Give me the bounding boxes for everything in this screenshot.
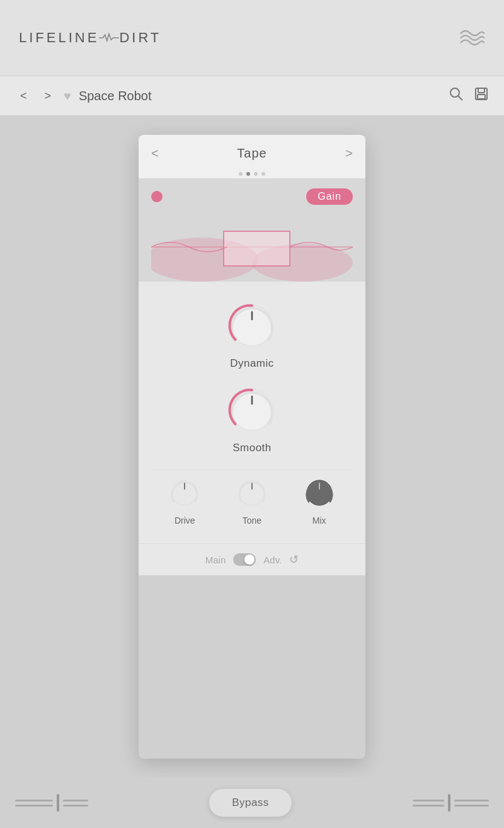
gain-indicator-row: Gain bbox=[151, 188, 353, 205]
prev-button[interactable]: < bbox=[15, 87, 32, 105]
nav-icons bbox=[449, 86, 489, 105]
dynamic-label: Dynamic bbox=[230, 357, 274, 370]
tape-prev-button[interactable]: < bbox=[151, 146, 159, 161]
ecg-icon bbox=[99, 32, 119, 44]
drive-label: Drive bbox=[175, 515, 195, 526]
slider-line-7 bbox=[454, 800, 489, 802]
svg-line-1 bbox=[458, 96, 462, 100]
logo-text-right: DIRT bbox=[119, 30, 161, 46]
left-slider[interactable] bbox=[15, 794, 88, 812]
app-header: LIFELINE DIRT bbox=[0, 0, 504, 76]
app-logo: LIFELINE DIRT bbox=[19, 30, 161, 46]
next-button[interactable]: > bbox=[40, 87, 57, 105]
adv-label: Adv. bbox=[263, 555, 282, 565]
reset-button[interactable]: ↺ bbox=[289, 553, 299, 566]
tape-dots bbox=[139, 168, 365, 178]
mix-knob-container: Mix bbox=[303, 476, 336, 526]
mix-knob[interactable] bbox=[303, 476, 336, 512]
right-slider-lines-right bbox=[454, 800, 489, 807]
smooth-knob[interactable] bbox=[227, 385, 277, 435]
dynamic-knob-container: Dynamic bbox=[151, 301, 353, 370]
svg-rect-9 bbox=[224, 231, 290, 266]
dot-4 bbox=[261, 172, 265, 176]
main-label: Main bbox=[205, 555, 226, 565]
gain-label[interactable]: Gain bbox=[306, 188, 353, 205]
slider-line-3 bbox=[63, 800, 88, 802]
svg-point-0 bbox=[450, 88, 459, 97]
preset-name[interactable]: Space Robot bbox=[79, 89, 441, 103]
dot-3 bbox=[254, 172, 258, 176]
save-icon[interactable] bbox=[474, 86, 489, 105]
small-knobs-row: Drive Tone bbox=[151, 469, 353, 531]
tape-next-button[interactable]: > bbox=[345, 146, 353, 161]
waveform-svg bbox=[151, 212, 353, 282]
smooth-label: Smooth bbox=[232, 442, 272, 454]
bypass-button[interactable]: Bypass bbox=[209, 789, 292, 817]
gain-display: Gain bbox=[139, 178, 365, 282]
left-slider-lines bbox=[15, 800, 53, 807]
dot-2 bbox=[246, 172, 250, 176]
drive-knob[interactable] bbox=[168, 476, 201, 512]
waves-icon bbox=[457, 24, 485, 52]
plugin-panel: < Tape > Gain bbox=[139, 135, 365, 759]
tone-knob-container: Tone bbox=[236, 476, 268, 526]
navbar: < > ♥ Space Robot bbox=[0, 76, 504, 116]
drive-knob-container: Drive bbox=[168, 476, 201, 526]
footer-controls: Main Adv. ↺ bbox=[139, 543, 365, 575]
slider-line-2 bbox=[15, 805, 53, 807]
right-slider[interactable] bbox=[413, 794, 489, 812]
slider-line-4 bbox=[63, 805, 88, 807]
tone-label: Tone bbox=[243, 515, 261, 526]
mix-label: Mix bbox=[312, 515, 326, 526]
tape-header: < Tape > bbox=[139, 135, 365, 168]
tape-title: Tape bbox=[237, 146, 266, 161]
search-icon[interactable] bbox=[449, 86, 464, 105]
dynamic-knob[interactable] bbox=[227, 301, 277, 351]
main-adv-toggle[interactable] bbox=[233, 553, 256, 566]
left-slider-handle[interactable] bbox=[57, 794, 59, 812]
controls-section: Dynamic Smooth bbox=[139, 282, 365, 543]
right-slider-lines bbox=[413, 800, 444, 807]
slider-line-8 bbox=[454, 805, 489, 807]
slider-line-6 bbox=[413, 805, 444, 807]
bottom-bar: Bypass bbox=[0, 778, 504, 828]
waveform-area bbox=[151, 212, 353, 282]
gain-led bbox=[151, 191, 163, 202]
slider-line-5 bbox=[413, 800, 444, 802]
smooth-knob-container: Smooth bbox=[151, 385, 353, 454]
tone-knob[interactable] bbox=[236, 476, 268, 512]
left-slider-lines-right bbox=[63, 800, 88, 807]
slider-line-1 bbox=[15, 800, 53, 802]
svg-rect-3 bbox=[478, 88, 484, 93]
toggle-thumb bbox=[244, 555, 255, 565]
right-slider-handle[interactable] bbox=[448, 794, 450, 812]
logo-text-left: LIFELINE bbox=[19, 30, 99, 46]
svg-rect-4 bbox=[478, 95, 485, 99]
dot-1 bbox=[239, 172, 243, 176]
main-content: < Tape > Gain bbox=[0, 116, 504, 778]
favorite-icon[interactable]: ♥ bbox=[64, 89, 71, 103]
